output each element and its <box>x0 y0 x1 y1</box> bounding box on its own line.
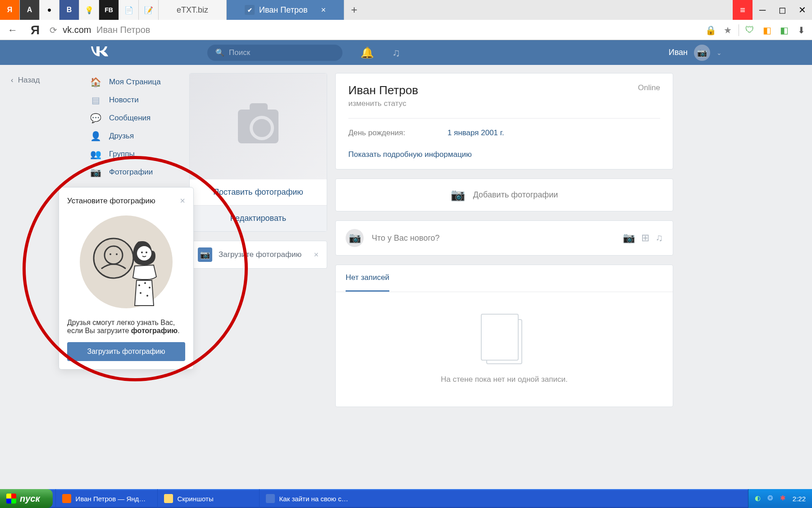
profile-birthday-value[interactable]: 1 января 2001 г. <box>447 128 504 137</box>
tab-bulb-icon[interactable]: 💡 <box>79 0 99 20</box>
url-display[interactable]: vk.com Иван Петров <box>63 25 150 35</box>
notifications-icon[interactable]: 🔔 <box>360 46 374 59</box>
upload-dismiss-icon[interactable]: × <box>314 250 319 260</box>
vk-favicon-icon: ✔ <box>245 5 255 15</box>
start-button[interactable]: пуск <box>0 489 53 508</box>
svg-point-7 <box>138 284 140 286</box>
popup-description: Друзья смогут легко узнать Вас, если Вы … <box>67 319 185 335</box>
lock-icon[interactable]: 🔒 <box>704 24 717 37</box>
tray-icon-2[interactable]: ❂ <box>767 494 776 503</box>
profile-header-card: Иван Петров изменить статус Online День … <box>335 73 673 169</box>
upload-camera-icon: 📷 <box>198 247 212 262</box>
profile-status-link[interactable]: изменить статус <box>348 99 418 108</box>
profile-name: Иван Петров <box>348 83 418 97</box>
vk-right-column: Иван Петров изменить статус Online День … <box>335 73 673 481</box>
upload-photo-card: 📷 Загрузите фотографию × <box>189 241 327 269</box>
compose-attachments: 📷 ⊞ ♫ <box>623 232 663 244</box>
upload-photo-button[interactable]: Загрузите фотографию <box>219 250 307 259</box>
tab-doc-icon[interactable]: 📄 <box>119 0 139 20</box>
tab-a-icon[interactable]: A <box>20 0 40 20</box>
tab-light-icon[interactable]: ● <box>40 0 59 20</box>
browser-toolbar-icons: 🔒 ★ 🛡 ◧ ◧ ⬇ <box>704 24 807 37</box>
vk-logo[interactable] <box>90 44 117 61</box>
window-controls: ≡ ─ ◻ ✕ <box>733 0 812 20</box>
tab-b-icon[interactable]: B <box>59 0 79 20</box>
edit-profile-button[interactable]: Редактировать <box>190 205 327 231</box>
profile-photo-card: Поставить фотографию Редактировать <box>189 73 327 232</box>
taskbar-task-1[interactable]: Иван Петров — Янд… <box>55 489 155 508</box>
tray-time: 2:22 <box>793 495 806 503</box>
attach-music-icon[interactable]: ♫ <box>656 232 663 244</box>
tab-etxt[interactable]: eTXT.biz <box>159 0 227 20</box>
wall-empty-state: На стене пока нет ни одной записи. <box>336 292 673 407</box>
browser-menu-button[interactable]: ≡ <box>733 0 753 20</box>
users-icon: 👥 <box>90 149 101 160</box>
vk-avatar-icon: 📷 <box>694 45 710 61</box>
task-icon <box>164 494 173 503</box>
nav-news[interactable]: ▤Новости <box>90 91 189 109</box>
set-photo-button[interactable]: Поставить фотографию <box>190 179 327 205</box>
set-photo-popup: Установите фотографию × Друзья смогут ле… <box>59 187 194 370</box>
ext1-icon[interactable]: ◧ <box>761 24 773 37</box>
taskbar-task-3[interactable]: Как зайти на свою с… <box>259 489 358 508</box>
tab-close-icon[interactable]: × <box>321 5 326 15</box>
task-icon <box>62 494 71 503</box>
tray-icon-3[interactable]: ✱ <box>780 494 789 503</box>
shield-icon[interactable]: 🛡 <box>744 24 756 37</box>
attach-camera-icon[interactable]: 📷 <box>623 232 635 244</box>
tab-yandex-icon[interactable]: Я <box>0 0 20 20</box>
profile-birthday-label: День рождения: <box>348 128 447 137</box>
tab-title: Иван Петров <box>259 5 307 15</box>
download-icon[interactable]: ⬇ <box>795 24 807 37</box>
chat-icon: 💬 <box>90 113 101 124</box>
vk-user-menu[interactable]: Иван 📷 ⌄ <box>669 45 722 61</box>
add-photos-card[interactable]: 📷 Добавить фотографии <box>335 178 673 211</box>
new-tab-button[interactable]: + <box>344 0 364 20</box>
nav-messages[interactable]: 💬Сообщения <box>90 109 189 127</box>
show-more-info-button[interactable]: Показать подробную информацию <box>348 150 472 159</box>
camera-placeholder-icon <box>238 110 278 143</box>
vk-search-input[interactable] <box>229 48 334 57</box>
window-minimize-button[interactable]: ─ <box>753 0 772 20</box>
vk-header: 🔍 🔔 ♫ Иван 📷 ⌄ <box>0 40 812 65</box>
popup-close-icon[interactable]: × <box>180 196 185 206</box>
taskbar-task-2[interactable]: Скриншоты <box>157 489 256 508</box>
compose-input[interactable]: Что у Вас нового? <box>372 233 615 243</box>
vk-search-box[interactable]: 🔍 <box>207 45 342 61</box>
back-label: Назад <box>18 76 40 85</box>
browser-chrome: Я A ● B 💡 FB 📄 📝 eTXT.biz ✔ Иван Петров … <box>0 0 812 40</box>
nav-groups[interactable]: 👥Группы <box>90 145 189 163</box>
yandex-logo[interactable]: Я <box>31 23 40 37</box>
nav-my-page[interactable]: 🏠Моя Страница <box>90 73 189 91</box>
browser-back-button[interactable]: ← <box>5 22 21 38</box>
vk-main-columns: Поставить фотографию Редактировать 📷 Заг… <box>189 73 673 481</box>
system-tray[interactable]: ◐ ❂ ✱ 2:22 <box>748 489 812 508</box>
wall-tab-no-posts[interactable]: Нет записей <box>346 265 389 292</box>
back-link[interactable]: ‹ Назад <box>11 76 90 85</box>
nav-friends[interactable]: 👤Друзья <box>90 127 189 145</box>
windows-flag-icon <box>6 494 16 503</box>
user-icon: 👤 <box>90 131 101 142</box>
svg-point-4 <box>137 246 151 261</box>
home-icon: 🏠 <box>90 77 101 87</box>
tab-note-icon[interactable]: 📝 <box>139 0 159 20</box>
tab-vk-active[interactable]: ✔ Иван Петров × <box>227 0 344 20</box>
window-maximize-button[interactable]: ◻ <box>772 0 792 20</box>
music-icon[interactable]: ♫ <box>392 46 400 59</box>
nav-photos[interactable]: 📷Фотографии <box>90 163 189 181</box>
svg-point-10 <box>140 292 141 294</box>
browser-reload-button[interactable]: ⟳ <box>50 25 57 36</box>
news-icon: ▤ <box>90 95 101 105</box>
browser-tab-strip: Я A ● B 💡 FB 📄 📝 eTXT.biz ✔ Иван Петров … <box>0 0 733 20</box>
tray-icon-1[interactable]: ◐ <box>755 494 764 503</box>
chevron-left-icon: ‹ <box>11 76 14 85</box>
browser-address-bar: ← Я ⟳ vk.com Иван Петров 🔒 ★ 🛡 ◧ ◧ ⬇ <box>0 20 812 40</box>
popup-upload-button[interactable]: Загрузить фотографию <box>67 342 185 361</box>
ext2-icon[interactable]: ◧ <box>778 24 790 37</box>
window-close-button[interactable]: ✕ <box>792 0 812 20</box>
tab-fb-icon[interactable]: FB <box>99 0 119 20</box>
popup-illustration <box>67 212 185 311</box>
attach-video-icon[interactable]: ⊞ <box>641 232 649 244</box>
svg-point-2 <box>109 253 111 255</box>
favorite-icon[interactable]: ★ <box>721 24 734 37</box>
